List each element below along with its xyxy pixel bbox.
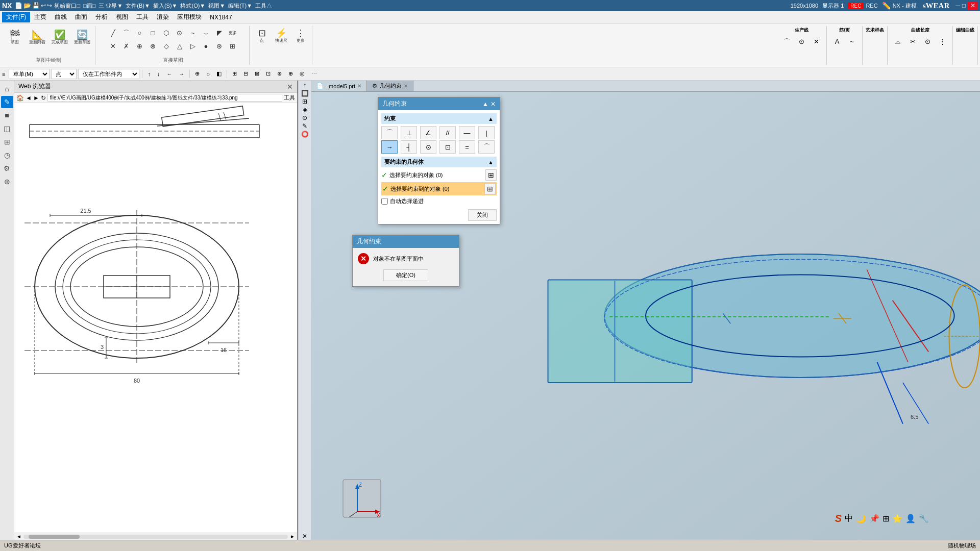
tb2-dropdown-point[interactable]: 点 [51, 69, 77, 79]
nav-home-btn[interactable]: 🏠 [16, 94, 24, 102]
tb2-snap7[interactable]: ◎ [297, 69, 307, 78]
constraint-btn-parallel[interactable]: // [439, 126, 456, 139]
vt-close-panel[interactable]: ✕ [302, 533, 307, 540]
btn-ellipse[interactable]: ⊙ [174, 27, 186, 39]
menu-render[interactable]: 渲染 [153, 12, 173, 22]
btn-arc[interactable]: ⌒ [120, 27, 133, 39]
url-bar[interactable] [47, 94, 282, 102]
title-face[interactable]: □面□ [83, 2, 95, 10]
sidebar-icon-analysis[interactable]: ⊕ [1, 176, 13, 188]
sw-icon-moon[interactable]: 🌙 [856, 514, 866, 523]
btn-update[interactable]: 🔄 更新草图 [71, 27, 93, 48]
tb2-snap2[interactable]: ⊟ [241, 69, 251, 78]
btn-artspline[interactable]: ~ [845, 35, 859, 49]
scroll-thumb[interactable] [29, 535, 80, 539]
win-minimize[interactable]: ─ [955, 2, 960, 9]
btn-x2[interactable]: ✗ [120, 40, 133, 53]
tb2-snap4[interactable]: ⊡ [263, 69, 273, 78]
menu-file[interactable]: 文件(F) [2, 12, 30, 22]
tab-geo-constraint[interactable]: ⚙ 几何约束 ✕ [367, 81, 413, 91]
tab-geo-close[interactable]: ✕ [404, 83, 408, 89]
sidebar-icon-sketch[interactable]: ✎ [1, 96, 13, 108]
btn-offset-in-face[interactable]: ⊙ [920, 35, 935, 49]
title-tools-menu[interactable]: 工具△ [255, 2, 272, 10]
btn-rect[interactable]: □ [147, 27, 159, 39]
title-edit-menu[interactable]: 编辑(T)▼ [228, 2, 252, 10]
tb2-dropdown-draft[interactable]: 草单(M) [9, 69, 50, 79]
btn-offset-curve[interactable]: ⌒ [779, 35, 794, 49]
menu-nx1847[interactable]: NX1847 [206, 13, 236, 22]
btn-text[interactable]: A [830, 35, 844, 49]
tb2-down[interactable]: ↓ [155, 70, 163, 78]
btn-spline[interactable]: ~ [187, 27, 199, 39]
sw-icon-pin[interactable]: 📌 [869, 514, 879, 523]
constraint-btn-active[interactable]: → [381, 140, 398, 154]
tb2-menu-icon[interactable]: ≡ [2, 71, 5, 77]
web-panel-scrollbar[interactable]: ◄ ► [14, 533, 297, 540]
btn-x9[interactable]: ⊛ [213, 40, 226, 53]
tb2-snap3[interactable]: ⊠ [252, 69, 262, 78]
btn-split-curve[interactable]: ✂ [905, 35, 920, 49]
nav-forward-btn[interactable]: ► [33, 94, 39, 102]
btn-x1[interactable]: ✕ [107, 40, 119, 53]
btn-bridge-curve[interactable]: ⌓ [891, 35, 905, 49]
btn-x10[interactable]: ⊞ [227, 40, 239, 53]
nav-refresh-btn[interactable]: ↻ [41, 94, 46, 102]
btn-line[interactable]: ╱ [107, 27, 119, 39]
tb2-btn1[interactable]: ⊕ [192, 69, 202, 78]
nav-back-btn[interactable]: ◄ [26, 94, 32, 102]
sw-icon-person[interactable]: 👤 [905, 514, 916, 523]
geo-dialog-title-bar[interactable]: 几何约束 ▲ ✕ [378, 97, 500, 110]
sidebar-icon-clock[interactable]: ◷ [1, 149, 13, 161]
tb2-btn2[interactable]: ○ [204, 70, 212, 78]
title-icon-undo[interactable]: ↩ [41, 2, 46, 9]
btn-point[interactable]: ⊡ 点 [253, 27, 271, 45]
btn-poly[interactable]: ⬡ [160, 27, 173, 39]
constraint-btn-collinear[interactable]: — [459, 126, 475, 139]
menu-view[interactable]: 视图 [112, 12, 132, 22]
tb2-snap5[interactable]: ⊛ [275, 69, 284, 78]
btn-chamfer[interactable]: ◤ [213, 27, 226, 39]
constraint-btn-angle[interactable]: ∠ [420, 126, 436, 139]
title-icon-new[interactable]: 📄 [15, 2, 22, 9]
btn-project-curve[interactable]: ⊙ [794, 35, 808, 49]
geo-dialog-close-x[interactable]: ✕ [491, 101, 496, 108]
title-file-menu[interactable]: 文件(B)▼ [126, 2, 150, 10]
title-format-menu[interactable]: 格式(O)▼ [180, 2, 205, 10]
constraint-btn-vertical[interactable]: | [478, 126, 495, 139]
btn-x6[interactable]: △ [174, 40, 186, 53]
web-panel-close[interactable]: ✕ [287, 83, 293, 91]
dialog-close-btn[interactable]: 关闭 [468, 209, 497, 221]
win-maximize[interactable]: □ [962, 2, 966, 9]
btn-x5[interactable]: ◇ [160, 40, 173, 53]
sidebar-icon-mesh[interactable]: ⊞ [1, 136, 13, 148]
title-view-menu[interactable]: 视图▼ [208, 2, 225, 10]
scroll-right-btn[interactable]: ► [290, 534, 295, 539]
tb2-dropdown-scope[interactable]: 仅在工作部件内 [78, 69, 139, 79]
btn-x3[interactable]: ⊕ [134, 40, 146, 53]
btn-more2[interactable]: ⋮ 更多 [291, 27, 310, 45]
btn-more3[interactable]: ⋮ [935, 35, 949, 49]
menu-home[interactable]: 主页 [30, 12, 51, 22]
menu-curve[interactable]: 曲线 [51, 12, 71, 22]
btn-finish-sketch[interactable]: ✅ 完成草图 [49, 27, 70, 48]
tab-model5[interactable]: 📄 _model5.prt ✕ [311, 81, 367, 91]
geo-dialog-collapse[interactable]: ▲ [482, 101, 488, 108]
title-icon-redo[interactable]: ↪ [47, 2, 52, 9]
sw-icon-grid[interactable]: ⊞ [883, 514, 889, 523]
vt-arrow[interactable]: ↑ [303, 82, 306, 89]
vt-view5[interactable]: ✎ [302, 122, 307, 130]
sidebar-icon-surface[interactable]: ◫ [1, 122, 13, 135]
btn-reattach[interactable]: 📐 重新附着 [27, 27, 48, 48]
tb2-snap1[interactable]: ⊞ [230, 69, 239, 78]
vt-view6[interactable]: ⭕ [301, 131, 309, 138]
title-industry[interactable]: 三 业界▼ [99, 2, 122, 10]
constraint-section-header[interactable]: 约束 ▲ [381, 113, 497, 124]
nav-tools-btn[interactable]: 工具 [284, 94, 295, 102]
tb2-up[interactable]: ↑ [145, 70, 153, 78]
tb2-btn3[interactable]: ◧ [214, 69, 224, 78]
tb2-snap8[interactable]: ⋯ [309, 69, 320, 78]
constraint-btn-tangent[interactable]: ⌒ [381, 126, 398, 139]
btn-circle[interactable]: ○ [134, 27, 146, 39]
title-insert-menu[interactable]: 插入(S)▼ [153, 2, 178, 10]
